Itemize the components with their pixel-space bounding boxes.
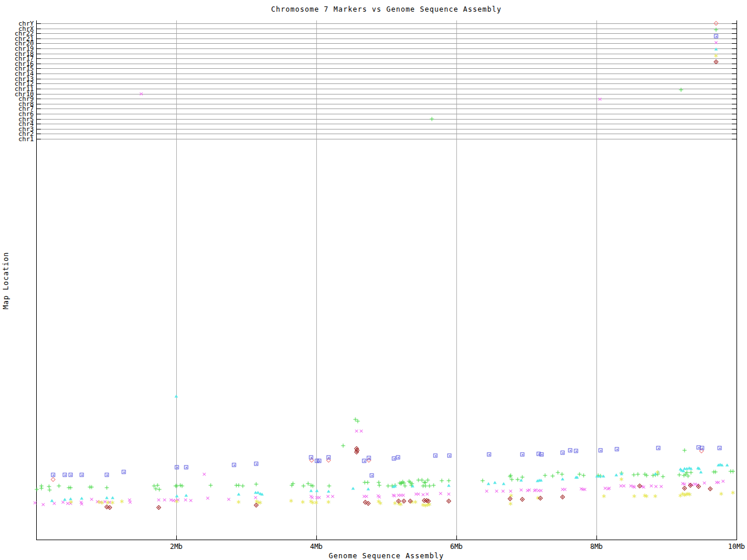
marshfield-marker-dot bbox=[319, 460, 320, 461]
row-tick-left-chr11 bbox=[36, 89, 41, 89]
gm99-gb4-marker bbox=[714, 28, 718, 32]
gm99-gb4-marker bbox=[560, 473, 564, 477]
x-tick-6Mb bbox=[456, 536, 457, 540]
marshfield-marker bbox=[700, 446, 704, 450]
gm99-g3-marker-dot bbox=[256, 505, 257, 506]
gm99-g3-marker-dot bbox=[684, 488, 686, 489]
row-tick-right-chr16 bbox=[732, 64, 736, 64]
wi-yac-marker bbox=[720, 464, 724, 467]
tng-marker bbox=[32, 500, 38, 506]
marshfield-marker-dot bbox=[368, 457, 369, 459]
x-tick-label-2Mb: 2Mb bbox=[159, 543, 194, 550]
tng-marker bbox=[156, 497, 162, 503]
gm99-g3-marker bbox=[696, 484, 701, 489]
y-axis-left bbox=[36, 20, 37, 540]
tng-marker bbox=[720, 478, 726, 484]
gm99-gb4-marker bbox=[424, 484, 428, 488]
wi-yac-marker bbox=[174, 395, 178, 398]
marshfield-marker bbox=[63, 473, 67, 477]
marshfield-marker-dot bbox=[186, 467, 187, 468]
row-line-chr17 bbox=[41, 58, 732, 59]
gm99-g3-marker bbox=[520, 497, 525, 502]
tng-marker bbox=[138, 91, 144, 97]
gm99-gb4-marker bbox=[428, 484, 432, 488]
row-tick-left-chr22 bbox=[36, 33, 41, 34]
row-tick-left-chr16 bbox=[36, 64, 41, 64]
row-tick-left-chr14 bbox=[36, 74, 41, 74]
marshfield-marker bbox=[69, 473, 73, 477]
row-tick-right-chr12 bbox=[732, 83, 736, 84]
marshfield-marker-dot bbox=[371, 475, 372, 476]
row-line-chr5 bbox=[41, 119, 732, 120]
genethon-marker bbox=[51, 477, 55, 482]
gm99-g3-marker-dot bbox=[698, 486, 700, 488]
marshfield-marker bbox=[362, 459, 366, 463]
tng-marker bbox=[358, 428, 364, 434]
gm99-g3-marker bbox=[446, 499, 451, 503]
row-tick-left-chr8 bbox=[36, 104, 41, 104]
gm99-gb4-marker bbox=[430, 117, 434, 121]
gm99-gb4-marker bbox=[679, 88, 683, 92]
gm99-gb4-marker bbox=[156, 484, 160, 488]
row-line-chr10 bbox=[41, 94, 732, 94]
row-tick-right-chr5 bbox=[732, 119, 736, 120]
marshfield-marker-dot bbox=[570, 450, 571, 451]
marshfield-marker-dot bbox=[81, 474, 82, 475]
gm99-gb4-marker bbox=[731, 470, 735, 474]
marshfield-marker bbox=[487, 453, 491, 457]
tng-marker bbox=[424, 491, 430, 497]
tng-marker bbox=[226, 496, 232, 502]
gm99-gb4-marker bbox=[378, 484, 382, 488]
gm99-gb4-marker bbox=[158, 488, 162, 492]
wi-rh-marker: ∗ bbox=[68, 499, 74, 505]
gm99-g3-marker-dot bbox=[109, 507, 111, 509]
tng-marker bbox=[701, 480, 707, 486]
row-tick-right-chr17 bbox=[732, 58, 736, 59]
tng-marker bbox=[518, 487, 524, 493]
wi-rh-marker: ∗ bbox=[730, 489, 735, 496]
wi-yac-marker bbox=[575, 476, 579, 479]
row-tick-right-chr9 bbox=[732, 99, 736, 99]
marshfield-marker bbox=[51, 473, 55, 477]
gm99-gb4-marker bbox=[582, 474, 586, 478]
marshfield-marker-dot bbox=[393, 458, 395, 459]
wi-yac-marker bbox=[184, 494, 188, 497]
wi-rh-marker: ∗ bbox=[174, 498, 179, 505]
row-line-chr18 bbox=[41, 54, 732, 54]
wi-yac-marker bbox=[502, 482, 505, 485]
marshfield-marker bbox=[80, 473, 84, 477]
marshfield-marker-dot bbox=[176, 467, 177, 468]
marshfield-marker-dot bbox=[449, 455, 450, 456]
wi-rh-marker: ∗ bbox=[655, 469, 660, 475]
gm99-g3-marker-dot bbox=[368, 503, 369, 505]
row-tick-left-chr3 bbox=[36, 129, 41, 130]
tng-marker bbox=[205, 495, 211, 501]
tng-marker bbox=[446, 491, 452, 497]
row-tick-right-chr20 bbox=[732, 43, 736, 44]
row-tick-right-chr18 bbox=[732, 54, 736, 54]
gm99-gb4-marker bbox=[341, 444, 345, 448]
marshfield-marker bbox=[448, 454, 452, 458]
wi-yac-marker bbox=[366, 488, 370, 491]
wi-rh-marker: ∗ bbox=[110, 499, 115, 506]
row-tick-right-chr1 bbox=[732, 139, 736, 139]
row-line-chrX bbox=[41, 29, 732, 29]
marshfield-marker-dot bbox=[575, 450, 577, 452]
gm99-g3-marker-dot bbox=[410, 501, 411, 502]
gm99-gb4-marker bbox=[48, 488, 52, 492]
row-line-chr1 bbox=[41, 139, 732, 139]
marshfield-marker bbox=[540, 453, 544, 457]
wi-yac-marker bbox=[699, 471, 703, 474]
wi-yac-marker bbox=[260, 493, 264, 496]
plot-area: 2Mb4Mb6Mb8Mb10MbchrYchrXchr22chr21chr20c… bbox=[0, 0, 747, 560]
marshfield-marker-dot bbox=[106, 474, 107, 475]
row-tick-right-chr6 bbox=[732, 114, 736, 114]
gm99-g3-marker bbox=[366, 501, 371, 506]
row-line-chr8 bbox=[41, 104, 732, 104]
x-tick-label-10Mb: 10Mb bbox=[719, 543, 747, 550]
gm99-gb4-marker bbox=[683, 449, 687, 453]
gm99-gb4-marker bbox=[327, 484, 331, 488]
row-tick-left-chr4 bbox=[36, 124, 41, 124]
wi-yac-marker bbox=[487, 482, 490, 485]
wi-yac-marker bbox=[689, 467, 693, 470]
